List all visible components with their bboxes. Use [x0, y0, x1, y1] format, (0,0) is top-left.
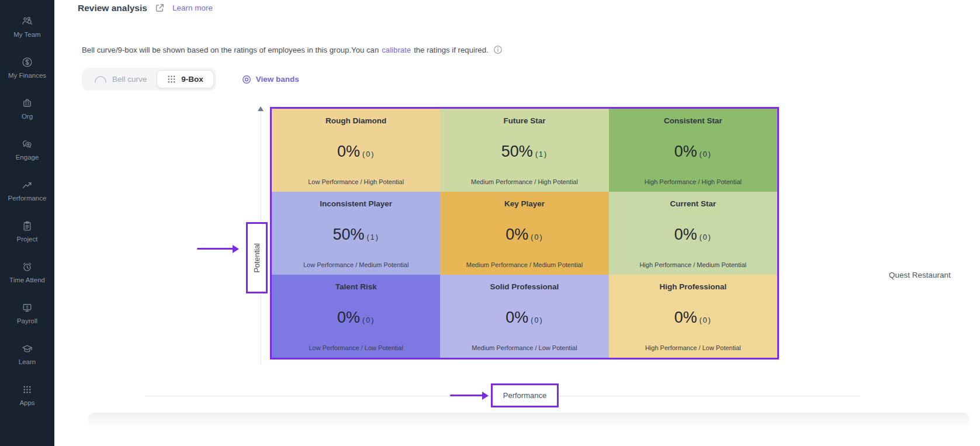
page-header: Review analysis Learn more: [78, 2, 213, 13]
sidebar-item-apps[interactable]: Apps: [0, 383, 54, 406]
calibrate-link[interactable]: calibrate: [382, 46, 411, 54]
my-team-icon: [21, 15, 33, 27]
cell-percent: 0%: [337, 143, 360, 161]
sidebar-item-engage[interactable]: Engage: [0, 138, 54, 161]
cell-count: (0): [699, 316, 712, 324]
my-finances-icon: [21, 56, 33, 68]
cell-percent: 0%: [674, 143, 697, 161]
cell-sublabel: High Performance / Medium Potential: [639, 261, 746, 268]
cell-consistent-star[interactable]: Consistent Star 0%(0) High Performance /…: [609, 109, 777, 192]
cell-count: (0): [362, 150, 375, 158]
potential-annotation-arrow: [197, 248, 233, 250]
sidebar-item-label: Org: [22, 113, 33, 120]
payroll-icon: $: [21, 302, 33, 314]
x-axis-label: Performance: [503, 391, 546, 400]
cell-solid-professional[interactable]: Solid Professional 0%(0) Medium Performa…: [440, 275, 608, 358]
y-axis-label-box: Potential: [246, 222, 268, 293]
cell-inconsistent-player[interactable]: Inconsistent Player 50%(1) Low Performan…: [272, 192, 440, 275]
card-bottom-shadow: [88, 413, 970, 428]
sidebar-item-my-team[interactable]: My Team: [0, 15, 54, 38]
note-text: the ratings if required.: [414, 46, 489, 54]
sidebar-item-label: Apps: [19, 399, 34, 406]
cell-high-professional[interactable]: High Professional 0%(0) High Performance…: [609, 275, 777, 358]
cell-sublabel: High Performance / Low Potential: [645, 344, 741, 351]
sidebar-item-label: Project: [17, 236, 38, 243]
cell-count: (0): [531, 233, 543, 241]
view-bands-label: View bands: [256, 75, 299, 84]
info-icon[interactable]: [491, 45, 503, 54]
nine-box-grid-icon: [167, 75, 176, 84]
cell-title: Talent Risk: [335, 282, 377, 291]
cell-percent: 0%: [337, 309, 360, 327]
learn-icon: [21, 343, 33, 355]
cell-title: Rough Diamond: [325, 116, 386, 125]
sidebar-item-time-attend[interactable]: Time Attend: [0, 261, 54, 283]
app-sidebar: My Team My Finances Org Engage Performan…: [0, 0, 54, 446]
cell-percent: 50%: [333, 226, 365, 244]
svg-text:$: $: [26, 305, 28, 310]
y-axis-arrow-icon: [258, 106, 264, 111]
cell-percent: 0%: [674, 226, 697, 244]
y-axis-label: Potential: [252, 243, 261, 273]
cell-title: Current Star: [670, 199, 716, 208]
cell-talent-risk[interactable]: Talent Risk 0%(0) Low Performance / Low …: [272, 275, 440, 358]
sidebar-item-label: My Team: [13, 31, 40, 38]
cell-future-star[interactable]: Future Star 50%(1) Medium Performance / …: [440, 109, 608, 192]
cell-sublabel: Medium Performance / High Potential: [471, 178, 578, 185]
bell-curve-tab[interactable]: Bell curve: [84, 71, 157, 88]
sidebar-item-label: My Finances: [8, 72, 46, 79]
view-bands-button[interactable]: View bands: [242, 75, 299, 84]
page-title: Review analysis: [78, 3, 147, 13]
cell-current-star[interactable]: Current Star 0%(0) High Performance / Me…: [609, 192, 777, 275]
cell-rough-diamond[interactable]: Rough Diamond 0%(0) Low Performance / Hi…: [272, 109, 440, 192]
sidebar-item-payroll[interactable]: $ Payroll: [0, 302, 54, 324]
cell-count: (0): [699, 150, 712, 158]
cell-title: Key Player: [504, 199, 545, 208]
external-link-icon[interactable]: [154, 2, 165, 13]
cell-sublabel: High Performance / High Potential: [645, 178, 742, 185]
nine-box-tab[interactable]: 9-Box: [157, 70, 214, 88]
performance-icon: [21, 179, 33, 191]
group-name-label: Quest Restaurant: [889, 271, 951, 279]
cell-title: Solid Professional: [490, 282, 559, 291]
cell-sublabel: Medium Performance / Medium Potential: [466, 261, 583, 268]
sidebar-item-project[interactable]: Project: [0, 220, 54, 243]
nine-box-grid: Rough Diamond 0%(0) Low Performance / Hi…: [270, 107, 779, 359]
cell-sublabel: Low Performance / Low Potential: [309, 344, 403, 351]
x-axis-label-box: Performance: [491, 383, 559, 407]
bell-curve-label: Bell curve: [112, 75, 147, 84]
sidebar-item-label: Time Attend: [9, 276, 45, 283]
cell-title: High Professional: [659, 282, 726, 291]
cell-percent: 0%: [505, 309, 528, 327]
performance-annotation-arrow: [450, 395, 483, 396]
cell-percent: 50%: [501, 143, 533, 161]
cell-count: (1): [535, 150, 548, 158]
cell-key-player[interactable]: Key Player 0%(0) Medium Performance / Me…: [440, 192, 608, 275]
chart-toolbar: Bell curve 9-Box View bands: [82, 68, 299, 91]
sidebar-item-label: Engage: [16, 154, 39, 161]
cell-sublabel: Medium Performance / Low Potential: [472, 344, 577, 351]
cell-title: Future Star: [503, 116, 545, 125]
sidebar-item-performance[interactable]: Performance: [0, 179, 54, 202]
view-bands-icon: [242, 75, 251, 84]
cell-percent: 0%: [505, 226, 528, 244]
note-text: Bell curve/9-box will be shown based on …: [82, 46, 379, 54]
learn-more-link[interactable]: Learn more: [172, 4, 213, 12]
apps-icon: [21, 383, 33, 396]
cell-title: Inconsistent Player: [320, 199, 392, 208]
cell-sublabel: Low Performance / High Potential: [308, 178, 404, 185]
sidebar-item-label: Learn: [19, 358, 36, 365]
cell-count: (1): [367, 233, 379, 241]
cell-percent: 0%: [674, 309, 697, 327]
nine-box-label: 9-Box: [181, 75, 203, 84]
engage-icon: [21, 138, 33, 150]
cell-count: (0): [699, 233, 712, 241]
cell-count: (0): [362, 316, 375, 324]
cell-count: (0): [531, 316, 543, 324]
sidebar-item-learn[interactable]: Learn: [0, 343, 54, 365]
sidebar-item-org[interactable]: Org: [0, 97, 54, 120]
sidebar-item-label: Payroll: [17, 317, 37, 324]
sidebar-item-label: Performance: [8, 195, 47, 202]
sidebar-item-my-finances[interactable]: My Finances: [0, 56, 54, 79]
cell-sublabel: Low Performance / Medium Potential: [303, 261, 408, 268]
